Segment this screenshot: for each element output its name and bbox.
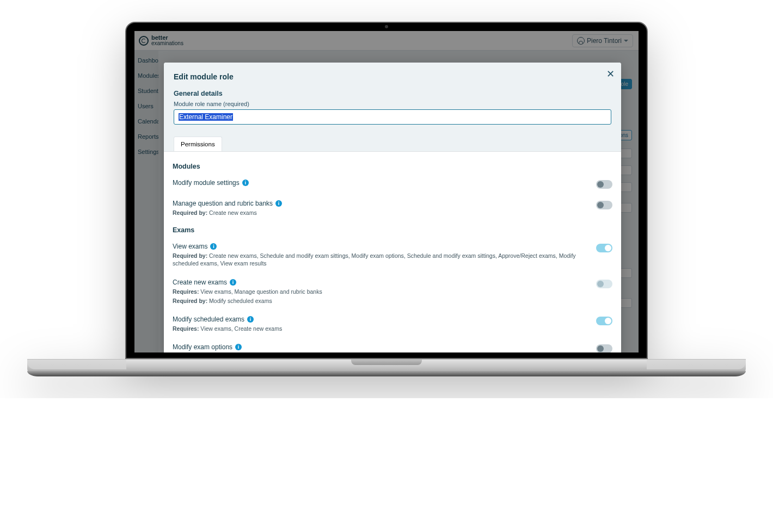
- laptop-base: [27, 359, 746, 376]
- perm-subtext: Required by: Create new exams: [173, 209, 591, 216]
- perm-toggle[interactable]: [596, 201, 612, 209]
- camera-dot: [385, 25, 388, 28]
- perm-toggle[interactable]: [596, 344, 612, 352]
- perm-toggle[interactable]: [596, 180, 612, 189]
- section-general-title: General details: [174, 90, 611, 97]
- role-name-value: External Examiner: [179, 113, 233, 121]
- perm-row: Modify module settingsi: [173, 175, 612, 195]
- role-name-label: Module role name (required): [174, 101, 611, 107]
- edit-role-modal: ✕ Edit module role General details Modul…: [164, 63, 621, 352]
- perm-label: Modify module settingsi: [173, 179, 591, 187]
- perm-row: Modify exam optionsiRequires: View exams: [173, 339, 612, 352]
- perm-subtext: Required by: Create new exams, Schedule …: [173, 252, 591, 267]
- modal-title: Edit module role: [174, 72, 611, 81]
- close-button[interactable]: ✕: [606, 68, 615, 80]
- perm-group-title: Modules: [173, 163, 612, 170]
- info-icon[interactable]: i: [242, 180, 249, 186]
- laptop-mockup: better examinations Piero Tintori Dashbo…: [27, 22, 746, 376]
- perm-label: Create new examsi: [173, 279, 591, 286]
- role-name-input[interactable]: External Examiner: [174, 109, 611, 125]
- info-icon[interactable]: i: [230, 279, 236, 286]
- screen-content: better examinations Piero Tintori Dashbo…: [134, 31, 639, 352]
- info-icon[interactable]: i: [235, 344, 242, 350]
- perm-label: Modify scheduled examsi: [173, 316, 591, 323]
- modal-body[interactable]: ModulesModify module settingsiManage que…: [164, 152, 621, 352]
- close-icon: ✕: [606, 69, 615, 79]
- perm-subtext: Requires: View exams, Create new exams: [173, 325, 591, 332]
- info-icon[interactable]: i: [247, 316, 254, 323]
- tabbar: Permissions: [174, 137, 611, 151]
- perm-toggle[interactable]: [596, 317, 612, 325]
- perm-group-title: Exams: [173, 226, 612, 234]
- info-icon[interactable]: i: [210, 243, 217, 250]
- perm-toggle[interactable]: [596, 280, 612, 288]
- perm-row: Manage question and rubric banksiRequire…: [173, 195, 612, 223]
- perm-row: Modify scheduled examsiRequires: View ex…: [173, 311, 612, 339]
- tab-permissions[interactable]: Permissions: [174, 137, 222, 151]
- perm-label: Manage question and rubric banksi: [173, 200, 591, 207]
- perm-subtext: Requires: View exams, Manage question an…: [173, 288, 591, 295]
- modal-header: Edit module role General details Module …: [164, 63, 621, 152]
- perm-toggle[interactable]: [596, 244, 612, 252]
- perm-row: View examsiRequired by: Create new exams…: [173, 238, 612, 274]
- perm-subtext: Required by: Modify scheduled exams: [173, 297, 591, 305]
- info-icon[interactable]: i: [275, 200, 282, 207]
- perm-row: Create new examsiRequires: View exams, M…: [173, 274, 612, 311]
- perm-label: Modify exam optionsi: [173, 343, 591, 351]
- laptop-screen: better examinations Piero Tintori Dashbo…: [125, 22, 648, 359]
- perm-label: View examsi: [173, 243, 591, 250]
